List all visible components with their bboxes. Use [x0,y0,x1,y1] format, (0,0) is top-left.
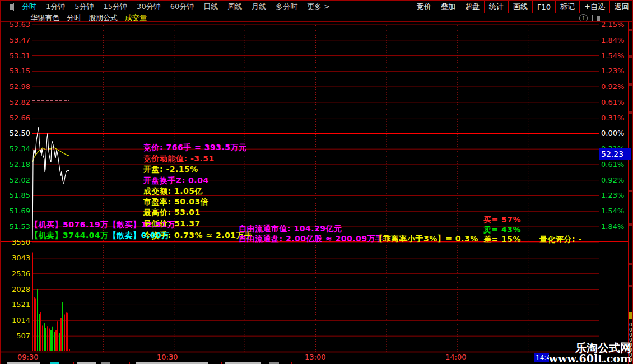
bias-info: 【乖离率小于3%】= 0.3% [375,234,478,244]
time-axis-label: 10:30 [157,353,178,361]
clipped-right-panel: 00000000 [629,22,633,364]
diff-pct: 差= 15% [483,235,521,245]
pct-axis-label: 0.92% [601,82,627,91]
price-axis-label: 52.34 [3,144,30,153]
time-axis-label: 09:30 [17,353,38,361]
pct-axis-label: 0.00% [601,129,627,137]
volume-axis-label: 2536 [3,269,30,278]
auction-momentum: 竞价动能值: -3.51 [143,154,215,164]
price-axis-label: 52.02 [3,176,30,184]
sell-pct: 卖= 43% [483,225,521,235]
buy-pct: 买= 57% [483,215,521,225]
inst-sell-info: 【机卖】3744.04万【散卖】0.00万 [30,231,170,241]
pe-ratio: 市盈率: 50.03倍 [143,197,208,207]
float-shares-info: 自由流通盘: 2.00亿股 ≈ 200.09万手 [239,234,384,244]
volume-axis-label: 507 [3,332,30,340]
current-price-badge: 52.23 [599,148,631,160]
pct-axis-label: 0.61% [601,160,627,169]
price-axis-label: 52.50 [3,129,30,137]
pct-axis-label: 1.23% [601,67,627,75]
pct-axis-label: 1.84% [601,36,627,44]
current-time-badge: 14:4 [534,353,549,362]
pct-axis-label: 1.54% [601,207,627,215]
retail-sell-value: 【散卖】0.00万 [109,231,170,240]
pct-axis-label: 1.23% [601,191,627,199]
volume-axis-label: 1521 [3,300,30,309]
volume-axis-label: 3550 [3,238,30,246]
price-axis-label: 53.31 [3,52,30,60]
watermark: 乐淘公式网 www.60lt.com [549,343,631,364]
price-axis-label: 51.53 [3,222,30,231]
minute-chart-canvas[interactable] [1,1,633,364]
quant-score: 量化评分: - [539,235,582,245]
volume-axis-label: 2028 [3,285,30,293]
price-axis-label: 53.15 [3,67,30,75]
volume-axis-label: 1014 [3,316,30,324]
volume-axis-label: 3043 [3,254,30,262]
trading-app-window: 分时1分钟5分钟15分钟30分钟60分钟日线周线月线多分时更多 > 竞价叠加超盘… [0,0,633,364]
inst-sell-value: 【机卖】3744.04万 [30,231,109,240]
price-axis-label: 52.66 [3,114,30,122]
price-axis-label: 51.85 [3,191,30,199]
price-axis-label: 52.98 [3,82,30,91]
inst-buy-info: 【机买】5076.19万【散买】12.51万 [30,220,175,230]
pct-axis-label: 0.61% [601,98,627,106]
pct-axis-label: 1.54% [601,52,627,60]
price-axis-label: 53.47 [3,36,30,44]
pct-axis-label: 0.92% [601,176,627,184]
price-axis-label: 53.63 [3,20,30,29]
amount-info: 成交额: 1.05亿 [143,186,203,197]
pct-axis-label: 1.84% [601,222,627,231]
pct-axis-label: 0.31% [601,114,627,122]
open-turnover-z: 开盘换手Z: 0.04 [143,176,209,186]
time-axis-label: 13:00 [305,353,325,361]
price-axis-label: 51.69 [3,207,30,215]
price-axis-label: 52.82 [3,98,30,106]
open-pct: 开盘: -2.15% [143,165,198,175]
time-axis-label: 14:00 [445,353,466,361]
high-price: 最高价: 53.01 [143,208,201,218]
price-axis-label: 52.18 [3,160,30,169]
watermark-url: www.60lt.com [549,353,631,364]
auction-info: 竞价: 766手 = 393.5万元 [143,143,246,153]
pct-axis-label: 2.15% [601,20,627,29]
float-cap-info: 自由流通市值: 104.29亿元 [239,224,342,234]
